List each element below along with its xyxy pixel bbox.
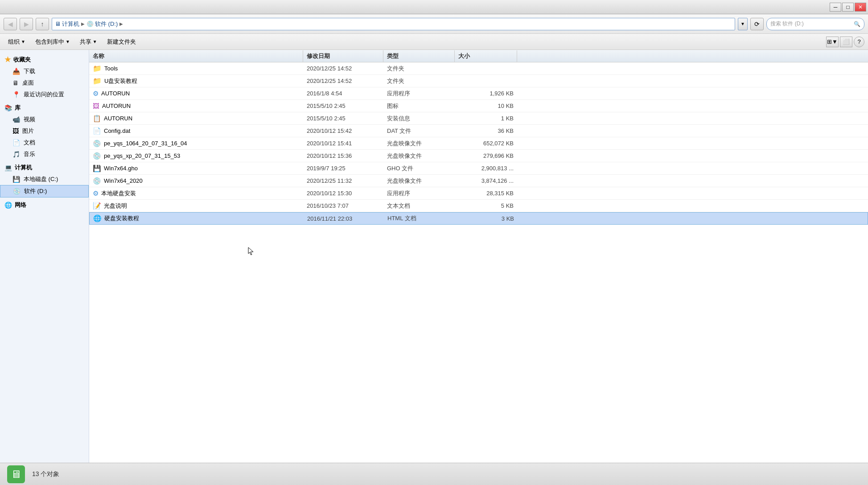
file-name-11: 📝 光盘说明 [89, 201, 303, 211]
table-row[interactable]: 💿 pe_yqs_1064_20_07_31_16_04 2020/10/12 … [89, 137, 868, 150]
sidebar-item-recent-label: 最近访问的位置 [24, 90, 64, 99]
help-button[interactable]: ? [854, 37, 864, 47]
file-type-11: 文本文档 [383, 201, 455, 211]
file-name-1: 📁 U盘安装教程 [89, 75, 303, 86]
file-date-6: 2020/10/12 15:41 [303, 139, 383, 148]
file-icon-10: ⚙ [93, 189, 99, 197]
col-header-type[interactable]: 类型 [383, 50, 455, 62]
minimize-button[interactable]: ─ [830, 3, 841, 12]
back-button[interactable]: ◀ [4, 18, 17, 30]
menu-organize[interactable]: 组织 ▼ [4, 36, 30, 48]
status-bar: 🖥 13 个对象 [0, 463, 868, 485]
table-row[interactable]: 🖼 AUTORUN 2015/5/10 2:45 图标 10 KB [89, 100, 868, 112]
up-button[interactable]: ↑ [36, 18, 49, 30]
file-name-5: 📄 Config.dat [89, 126, 303, 136]
sidebar-library-header[interactable]: 📚 库 [0, 102, 89, 114]
sidebar-item-document[interactable]: 📄 文档 [0, 137, 89, 148]
address-drive[interactable]: 💿 软件 (D:) [86, 20, 118, 28]
forward-button[interactable]: ▶ [20, 18, 33, 30]
menu-share[interactable]: 共享 ▼ [75, 36, 102, 48]
sidebar-computer-label: 计算机 [15, 164, 32, 172]
video-icon: 📹 [12, 116, 20, 123]
sidebar-network-header[interactable]: 🌐 网络 [0, 199, 89, 211]
file-name-9: 💿 Win7x64_2020 [89, 176, 303, 186]
sidebar-item-cdrive-label: 本地磁盘 (C:) [24, 175, 58, 183]
sidebar-item-picture[interactable]: 🖼 图片 [0, 125, 89, 137]
address-bar[interactable]: 🖥 计算机 ▶ 💿 软件 (D:) ▶ [52, 18, 735, 30]
music-icon: 🎵 [12, 151, 20, 158]
table-row[interactable]: 📁 U盘安装教程 2020/12/25 14:52 文件夹 [89, 75, 868, 87]
file-date-0: 2020/12/25 14:52 [303, 64, 383, 73]
file-icon-7: 💿 [93, 152, 101, 160]
address-arrow-1: ▶ [81, 21, 85, 26]
sidebar-item-document-label: 文档 [24, 139, 35, 147]
view-change-button[interactable]: ⊞▼ [826, 37, 839, 47]
menu-new-folder[interactable]: 新建文件夹 [103, 36, 140, 48]
file-icon-11: 📝 [93, 202, 101, 210]
sidebar: ★ 收藏夹 📥 下载 🖥 桌面 📍 最近访问的位置 📚 库 [0, 50, 89, 463]
address-computer[interactable]: 🖥 计算机 [55, 20, 79, 28]
table-row[interactable]: 💿 pe_yqs_xp_20_07_31_15_53 2020/10/12 15… [89, 150, 868, 162]
close-button[interactable]: ✕ [855, 3, 866, 12]
refresh-button[interactable]: ⟳ [750, 18, 764, 30]
col-header-size[interactable]: 大小 [455, 50, 517, 62]
sidebar-favorites-label: 收藏夹 [13, 56, 31, 64]
table-row[interactable]: 💿 Win7x64_2020 2020/12/25 11:32 光盘映像文件 3… [89, 175, 868, 187]
file-date-3: 2015/5/10 2:45 [303, 101, 383, 111]
search-bar[interactable]: 搜索 软件 (D:) 🔍 [766, 18, 864, 30]
sidebar-favorites-header[interactable]: ★ 收藏夹 [0, 53, 89, 66]
sidebar-item-music[interactable]: 🎵 音乐 [0, 148, 89, 160]
sidebar-item-ddrive[interactable]: 💿 软件 (D:) [0, 185, 89, 197]
file-size-12: 3 KB [455, 214, 518, 223]
sidebar-computer-header[interactable]: 💻 计算机 [0, 162, 89, 173]
maximize-button[interactable]: □ [842, 3, 854, 12]
sidebar-item-desktop-label: 桌面 [22, 79, 34, 87]
table-row[interactable]: ⚙ 本地硬盘安装 2020/10/12 15:30 应用程序 28,315 KB [89, 187, 868, 200]
table-row[interactable]: 📁 Tools 2020/12/25 14:52 文件夹 [89, 62, 868, 75]
menu-include-library[interactable]: 包含到库中 ▼ [31, 36, 74, 48]
file-name-0: 📁 Tools [89, 63, 303, 74]
table-row[interactable]: ⚙ AUTORUN 2016/1/8 4:54 应用程序 1,926 KB [89, 87, 868, 100]
file-area: 名称 修改日期 类型 大小 📁 Tools 2020/12/25 14:52 文… [89, 50, 868, 463]
ddrive-icon: 💿 [13, 188, 21, 195]
file-size-7: 279,696 KB [455, 151, 517, 160]
sidebar-item-video[interactable]: 📹 视频 [0, 114, 89, 125]
file-date-7: 2020/10/12 15:36 [303, 151, 383, 160]
file-date-12: 2016/11/21 22:03 [304, 214, 384, 223]
sidebar-section-network: 🌐 网络 [0, 199, 89, 211]
sidebar-item-cdrive[interactable]: 💾 本地磁盘 (C:) [0, 173, 89, 185]
file-size-10: 28,315 KB [455, 189, 517, 198]
file-list-header: 名称 修改日期 类型 大小 [89, 50, 868, 62]
menu-bar: 组织 ▼ 包含到库中 ▼ 共享 ▼ 新建文件夹 ⊞▼ ⬜ ? [0, 34, 868, 50]
sidebar-item-desktop[interactable]: 🖥 桌面 [0, 77, 89, 89]
file-name-2: ⚙ AUTORUN [89, 88, 303, 99]
file-type-1: 文件夹 [383, 76, 455, 86]
file-date-9: 2020/12/25 11:32 [303, 176, 383, 185]
sidebar-item-music-label: 音乐 [24, 150, 35, 158]
address-arrow-2: ▶ [119, 21, 123, 26]
table-row[interactable]: 🌐 硬盘安装教程 2016/11/21 22:03 HTML 文档 3 KB [89, 212, 868, 225]
col-header-name[interactable]: 名称 [89, 50, 303, 62]
file-icon-3: 🖼 [93, 102, 99, 110]
address-dropdown-button[interactable]: ▼ [738, 18, 748, 30]
file-size-0 [455, 67, 517, 70]
file-list: 📁 Tools 2020/12/25 14:52 文件夹 📁 U盘安装教程 20… [89, 62, 868, 463]
table-row[interactable]: 📄 Config.dat 2020/10/12 15:42 DAT 文件 36 … [89, 125, 868, 137]
table-row[interactable]: 💾 Win7x64.gho 2019/9/7 19:25 GHO 文件 2,90… [89, 162, 868, 175]
sidebar-item-download[interactable]: 📥 下载 [0, 66, 89, 77]
sidebar-item-video-label: 视频 [24, 115, 35, 123]
document-icon: 📄 [12, 139, 20, 146]
preview-pane-button[interactable]: ⬜ [840, 37, 852, 47]
file-date-10: 2020/10/12 15:30 [303, 189, 383, 198]
table-row[interactable]: 📋 AUTORUN 2015/5/10 2:45 安装信息 1 KB [89, 112, 868, 125]
file-icon-12: 🌐 [93, 214, 102, 222]
cdrive-icon: 💾 [12, 176, 20, 183]
file-type-4: 安装信息 [383, 113, 455, 124]
sidebar-item-recent[interactable]: 📍 最近访问的位置 [0, 89, 89, 100]
col-header-date[interactable]: 修改日期 [303, 50, 383, 62]
file-icon-1: 📁 [93, 77, 102, 85]
file-size-2: 1,926 KB [455, 89, 517, 98]
file-size-4: 1 KB [455, 114, 517, 123]
file-type-9: 光盘映像文件 [383, 176, 455, 186]
table-row[interactable]: 📝 光盘说明 2016/10/23 7:07 文本文档 5 KB [89, 200, 868, 212]
